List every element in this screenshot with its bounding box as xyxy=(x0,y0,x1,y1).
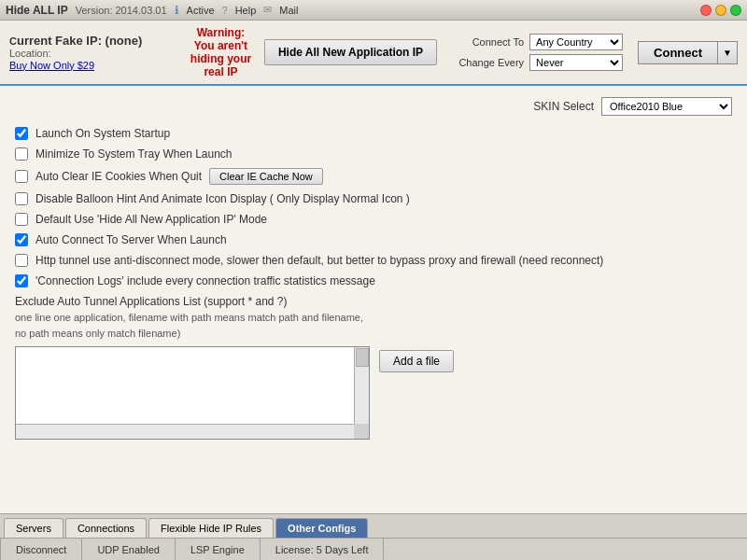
scroll-corner xyxy=(354,424,369,439)
checkbox-opt4[interactable] xyxy=(15,192,28,205)
exclude-textarea[interactable] xyxy=(16,347,354,424)
option-row-opt8: 'Connection Logs' include every connecti… xyxy=(15,274,732,287)
checkbox-opt8[interactable] xyxy=(15,274,28,287)
status-license[interactable]: License: 5 Days Left xyxy=(261,539,385,560)
option-label-opt8: 'Connection Logs' include every connecti… xyxy=(35,274,375,287)
active-label: Active xyxy=(187,5,215,16)
option-row-opt2: Minimize To System Tray When Launch xyxy=(15,147,732,161)
current-ip-text: urrent Fake IP: (none) xyxy=(17,34,142,48)
skin-row: SKIN Select Office2010 BlueOffice2010 Bl… xyxy=(15,97,732,116)
change-every-label: Change Every xyxy=(454,57,524,68)
mail-label: Mail xyxy=(279,5,298,16)
help-label: Help xyxy=(235,5,257,16)
vertical-scrollbar[interactable] xyxy=(354,347,369,424)
horizontal-scrollbar[interactable] xyxy=(16,424,354,439)
option-row-opt5: Default Use 'Hide All New Application IP… xyxy=(15,213,732,226)
status-disconnect[interactable]: Disconnect xyxy=(0,539,82,560)
title-bar: Hide ALL IP Version: 2014.03.01 ℹ Active… xyxy=(0,0,747,21)
option-label-opt6: Auto Connect To Server When Launch xyxy=(35,233,227,246)
add-file-button[interactable]: Add a file xyxy=(379,350,454,372)
status-bar: Disconnect UDP Enabled LSP Engine Licens… xyxy=(0,538,747,560)
option-row-opt4: Disable Balloon Hint And Animate Icon Di… xyxy=(15,192,732,205)
checkbox-opt2[interactable] xyxy=(15,147,28,161)
location-label: Location: xyxy=(9,48,177,59)
connect-section: Connect To Any Country Change Every Neve… xyxy=(454,34,623,71)
exclude-desc: one line one application, filename with … xyxy=(15,310,732,341)
option-label-opt3: Auto Clear IE Cookies When Quit xyxy=(35,170,202,183)
exclude-title: Exclude Auto Tunnel Applications List (s… xyxy=(15,295,732,308)
checkbox-opt5[interactable] xyxy=(15,213,28,226)
info-icon: ℹ xyxy=(175,4,179,17)
exclude-area-row: Add a file xyxy=(15,346,732,440)
version-label: Version: 2014.03.01 xyxy=(76,5,167,16)
option-label-opt7: Http tunnel use anti-disconnect mode, sl… xyxy=(35,254,603,267)
mail-icon: ✉ xyxy=(263,4,272,16)
close-button[interactable] xyxy=(700,5,712,16)
checkbox-opt1[interactable] xyxy=(15,127,28,140)
status-udp[interactable]: UDP Enabled xyxy=(82,539,175,560)
scroll-thumb-v[interactable] xyxy=(356,348,369,367)
option-row-opt1: Launch On System Startup xyxy=(15,127,732,140)
help-icon: ? xyxy=(222,5,228,16)
checkbox-opt3[interactable] xyxy=(15,170,28,183)
options-container: Launch On System StartupMinimize To Syst… xyxy=(15,127,732,287)
connect-button-group: Connect ▼ xyxy=(638,41,738,64)
option-label-opt4: Disable Balloon Hint And Animate Icon Di… xyxy=(35,192,410,205)
maximize-button[interactable] xyxy=(730,5,741,16)
option-row-opt7: Http tunnel use anti-disconnect mode, sl… xyxy=(15,254,732,267)
option-label-opt5: Default Use 'Hide All New Application IP… xyxy=(35,213,267,226)
minimize-button[interactable] xyxy=(715,5,726,16)
connect-to-label: Connect To xyxy=(454,36,524,48)
connect-to-select[interactable]: Any Country xyxy=(529,34,623,50)
connect-dropdown-button[interactable]: ▼ xyxy=(717,41,738,64)
change-every-select[interactable]: Never xyxy=(529,54,623,71)
tab-flexible[interactable]: Flexible Hide IP Rules xyxy=(148,518,274,538)
checkbox-opt7[interactable] xyxy=(15,254,28,267)
top-bar: Current Fake IP: (none) Location: Buy No… xyxy=(0,21,747,86)
tab-servers[interactable]: Servers xyxy=(4,518,63,538)
current-ip-title: Current Fake IP: (none) xyxy=(9,34,177,48)
window-controls xyxy=(700,5,741,16)
app-name: Hide ALL IP xyxy=(6,4,68,17)
connect-button[interactable]: Connect xyxy=(638,41,717,64)
main-content: SKIN Select Office2010 BlueOffice2010 Bl… xyxy=(0,86,747,513)
option-row-opt6: Auto Connect To Server When Launch xyxy=(15,233,732,246)
skin-label: SKIN Select xyxy=(533,100,594,113)
tab-bar: Servers Connections Flexible Hide IP Rul… xyxy=(0,513,747,538)
current-ip-section: Current Fake IP: (none) Location: Buy No… xyxy=(9,34,177,72)
change-every-row: Change Every Never xyxy=(454,54,623,71)
exclude-section: Exclude Auto Tunnel Applications List (s… xyxy=(15,295,732,440)
option-row-opt3: Auto Clear IE Cookies When QuitClear IE … xyxy=(15,168,732,185)
tab-other-configs[interactable]: Other Configs xyxy=(275,518,368,538)
checkbox-opt6[interactable] xyxy=(15,233,28,246)
exclude-textarea-wrap xyxy=(15,346,370,440)
clear-cache-button[interactable]: Clear IE Cache Now xyxy=(209,168,323,185)
warning-text: Warning: You aren't hiding your real IP xyxy=(187,26,255,78)
hide-all-button[interactable]: Hide All New Application IP xyxy=(264,39,437,65)
skin-select[interactable]: Office2010 BlueOffice2010 BlackOffice201… xyxy=(601,97,732,116)
option-label-opt1: Launch On System Startup xyxy=(35,127,170,140)
connect-to-row: Connect To Any Country xyxy=(454,34,623,50)
status-lsp[interactable]: LSP Engine xyxy=(176,539,261,560)
tab-connections[interactable]: Connections xyxy=(65,518,147,538)
buy-link[interactable]: Buy Now Only $29 xyxy=(9,60,94,71)
option-label-opt2: Minimize To System Tray When Launch xyxy=(35,147,233,161)
